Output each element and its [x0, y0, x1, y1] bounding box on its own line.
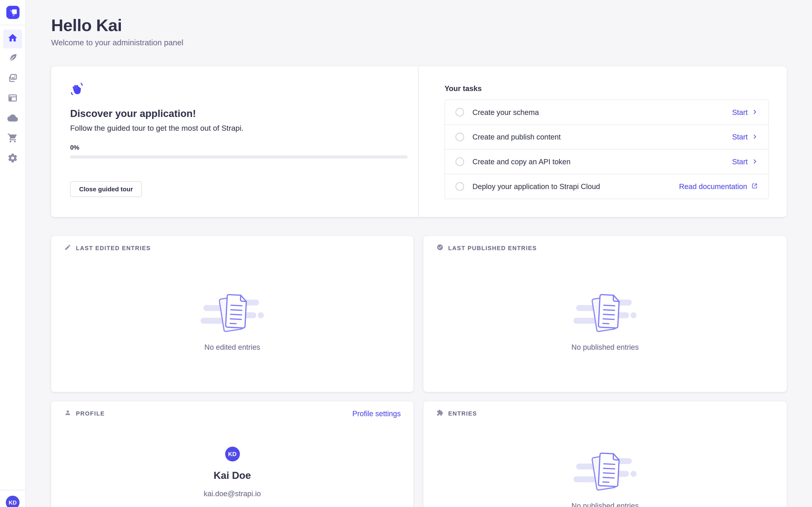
- profile-body: KD Kai Doe kai.doe@strapi.io: [51, 447, 413, 507]
- sidebar-bottom-divider: [0, 490, 25, 490]
- task-row-create-content[interactable]: Create and publish content Start: [445, 124, 768, 149]
- empty-documents-illustration: [572, 289, 638, 339]
- card-divider: [418, 66, 419, 217]
- feather-icon: [7, 53, 18, 65]
- marketplace-cart-icon: [7, 133, 18, 145]
- empty-state: No published entries: [423, 447, 787, 507]
- sidebar-item-home[interactable]: [3, 30, 22, 48]
- close-guided-tour-button[interactable]: Close guided tour: [70, 181, 142, 197]
- widget-title: LAST EDITED ENTRIES: [76, 245, 151, 251]
- media-library-icon: [7, 73, 18, 86]
- task-row-api-token[interactable]: Create and copy an API token Start: [445, 149, 768, 174]
- empty-documents-illustration: [572, 447, 638, 497]
- empty-state: No published entries: [423, 289, 787, 351]
- page-title: Hello Kai: [51, 16, 122, 35]
- task-status-circle: [456, 158, 464, 166]
- task-start-link[interactable]: Start: [732, 158, 758, 166]
- sidebar-user-avatar[interactable]: KD: [6, 496, 19, 507]
- tasks-title: Your tasks: [445, 84, 482, 93]
- page-subtitle: Welcome to your administration panel: [51, 38, 184, 47]
- task-status-circle: [456, 182, 464, 191]
- sidebar-item-content-manager[interactable]: [3, 50, 22, 68]
- external-link-icon: [751, 182, 758, 191]
- guided-tour-card: Discover your application! Follow the gu…: [51, 66, 787, 217]
- task-label: Create and copy an API token: [472, 158, 732, 166]
- task-read-documentation-link[interactable]: Read documentation: [679, 182, 758, 191]
- profile-name: Kai Doe: [214, 470, 251, 481]
- person-icon: [64, 409, 71, 418]
- task-start-link[interactable]: Start: [732, 133, 758, 141]
- home-icon: [7, 33, 18, 45]
- profile-email: kai.doe@strapi.io: [204, 490, 261, 498]
- empty-state: No edited entries: [51, 289, 413, 351]
- sidebar-item-settings[interactable]: [3, 150, 22, 169]
- empty-documents-illustration: [200, 289, 265, 339]
- puzzle-icon: [437, 409, 444, 418]
- empty-state-text: No edited entries: [204, 343, 260, 351]
- empty-state-text: No published entries: [571, 501, 639, 507]
- empty-state-text: No published entries: [571, 343, 639, 351]
- sidebar: KD: [0, 0, 26, 507]
- sidebar-nav: [3, 30, 22, 169]
- layout-icon: [7, 93, 18, 105]
- sidebar-item-content-type-builder[interactable]: [3, 90, 22, 108]
- strapi-logo-icon[interactable]: [6, 6, 19, 19]
- sidebar-item-cloud[interactable]: [3, 110, 22, 128]
- settings-gear-icon: [7, 153, 18, 165]
- chevron-right-icon: [752, 133, 758, 141]
- widget-title: LAST PUBLISHED ENTRIES: [448, 245, 537, 251]
- profile-widget: PROFILE Profile settings KD Kai Doe kai.…: [51, 401, 413, 507]
- wave-hand-icon: [70, 81, 84, 99]
- tasks-list: Create your schema Start Create and publ…: [445, 100, 769, 199]
- guided-tour-title: Discover your application!: [70, 108, 196, 119]
- task-label: Deploy your application to Strapi Cloud: [472, 182, 679, 191]
- task-row-create-schema[interactable]: Create your schema Start: [445, 100, 768, 124]
- profile-settings-link[interactable]: Profile settings: [352, 409, 401, 417]
- progress-label: 0%: [70, 144, 80, 151]
- sidebar-item-media-library[interactable]: [3, 70, 22, 89]
- guided-tour-description: Follow the guided tour to get the most o…: [70, 124, 244, 132]
- entries-widget: ENTRIES: [423, 401, 787, 507]
- progress-bar: [70, 156, 408, 159]
- task-status-circle: [456, 133, 464, 141]
- profile-avatar: KD: [225, 447, 240, 461]
- sidebar-item-marketplace[interactable]: [3, 129, 22, 149]
- task-label: Create your schema: [472, 108, 732, 116]
- task-start-link[interactable]: Start: [732, 108, 758, 116]
- chevron-right-icon: [752, 158, 758, 166]
- sidebar-divider: [0, 25, 25, 25]
- cloud-icon: [7, 113, 18, 125]
- check-circle-icon: [437, 243, 444, 253]
- strapi-admin-homepage: KD Hello Kai Welcome to your administrat…: [0, 0, 812, 507]
- widget-title: ENTRIES: [448, 410, 477, 417]
- task-label: Create and publish content: [472, 133, 732, 141]
- task-row-deploy-cloud[interactable]: Deploy your application to Strapi Cloud …: [445, 174, 768, 199]
- last-published-entries-widget: LAST PUBLISHED ENTRIES: [423, 236, 787, 392]
- last-edited-entries-widget: LAST EDITED ENTRIES: [51, 236, 413, 392]
- chevron-right-icon: [752, 108, 758, 116]
- task-status-circle: [456, 108, 464, 116]
- pencil-icon: [64, 243, 71, 253]
- widget-title: PROFILE: [76, 410, 105, 417]
